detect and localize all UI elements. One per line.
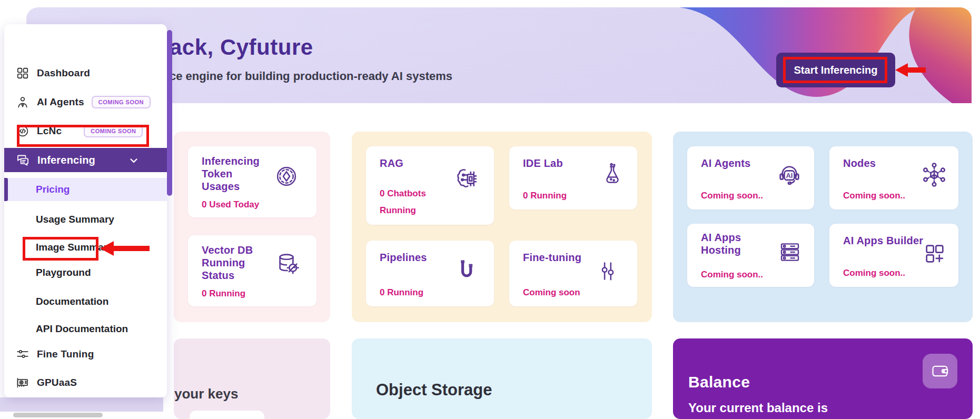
card-title: RAG [380, 157, 403, 169]
nodes-icon [920, 161, 948, 188]
balance-panel: Balance Your current balance is [673, 338, 973, 419]
keys-panel-title: your keys [174, 386, 238, 402]
card-status: Coming soon.. [701, 190, 763, 201]
svg-text:AI: AI [786, 172, 793, 179]
card-status: Coming soon.. [701, 269, 763, 280]
sidebar-item-label: Inferencing [37, 154, 95, 166]
sidebar-item-dashboard[interactable]: Dashboard [4, 63, 167, 84]
flask-icon [600, 162, 625, 186]
sidebar: Dashboard AI Agents COMING SOON LcNc COM… [4, 24, 167, 397]
start-inferencing-button[interactable]: Start Inferencing [776, 53, 895, 87]
wallet-icon [930, 361, 950, 381]
sidebar-scrollbar[interactable] [167, 30, 172, 196]
sidebar-subitem-label: Documentation [36, 296, 108, 307]
sidebar-item-label: AI Agents [37, 96, 84, 108]
card-nodes[interactable]: Nodes Coming soon.. [829, 146, 958, 210]
card-status: Coming soon.. [843, 267, 905, 278]
pipe-icon [454, 258, 479, 284]
card-status: Coming soon.. [843, 190, 905, 201]
sliders-horizontal-icon [16, 347, 29, 361]
bottom-lavender-strip [0, 397, 163, 412]
gpu-icon [16, 376, 29, 390]
chevron-down-icon [128, 155, 140, 166]
card-title: AI Apps Builder [843, 234, 923, 247]
card-status: 0 Chatbots Running [380, 185, 432, 218]
sidebar-subitem-image-summary[interactable]: Image Summary [4, 236, 167, 258]
sidebar-subitem-usage-summary[interactable]: Usage Summary [4, 208, 167, 231]
card-status: 0 Used Today [202, 199, 259, 210]
card-pipelines[interactable]: Pipelines 0 Running [366, 241, 494, 306]
server-rack-icon [777, 240, 803, 265]
sidebar-subitem-label: Usage Summary [36, 214, 114, 225]
sidebar-item-label: Dashboard [37, 67, 90, 79]
sidebar-item-gpuaas[interactable]: GPUaaS [4, 372, 167, 393]
sidebar-subitem-label: API Documentation [36, 323, 128, 335]
card-inferencing-token-usages[interactable]: Inferencing Token Usages 0 Used Today [188, 146, 316, 217]
card-title: Inferencing Token Usages [202, 155, 261, 193]
dashboard-screen: ack, Cyfuture ce engine for building pro… [0, 0, 980, 419]
keys-panel [174, 338, 330, 419]
balance-subtitle: Your current balance is [688, 401, 828, 415]
horizontal-scrollbar-thumb[interactable] [13, 413, 103, 417]
card-title: Pipelines [380, 251, 427, 264]
card-ai-apps-builder[interactable]: AI Apps Builder Coming soon.. [829, 224, 958, 287]
token-icon [274, 164, 299, 188]
card-title: Nodes [843, 157, 876, 169]
card-ide-lab[interactable]: IDE Lab 0 Running [509, 146, 637, 210]
sidebar-subitem-documentation[interactable]: Documentation [4, 291, 167, 313]
sidebar-item-label: Fine Tuning [37, 348, 94, 360]
page-title: ack, Cyfuture [170, 35, 313, 60]
balance-title: Balance [688, 373, 750, 391]
sliders-icon [596, 260, 619, 283]
sidebar-subitem-pricing[interactable]: Pricing [4, 178, 167, 201]
sidebar-item-lcnc[interactable]: LcNc COMING SOON [4, 121, 167, 142]
coming-soon-badge: COMING SOON [84, 125, 143, 137]
lcnc-icon [16, 124, 29, 138]
sidebar-subitem-label: Image Summary [36, 242, 113, 253]
active-indicator-bar [4, 178, 8, 201]
sidebar-item-inferencing[interactable]: Inferencing [4, 148, 167, 172]
rag-brain-chip-icon [454, 166, 479, 192]
sidebar-subitem-label: Pricing [36, 184, 70, 195]
grid-plus-icon [923, 242, 947, 266]
card-vector-db-running-status[interactable]: Vector DB Running Status 0 Running [188, 235, 316, 306]
sidebar-subitem-api-documentation[interactable]: API Documentation [4, 318, 167, 340]
page-subtitle: ce engine for building production-ready … [170, 69, 452, 83]
card-title: AI Apps Hosting [701, 231, 764, 256]
card-ai-apps-hosting[interactable]: AI Apps Hosting Coming soon.. [687, 224, 814, 287]
sidebar-subitem-label: Playground [36, 267, 91, 278]
sidebar-subitem-playground[interactable]: Playground [4, 262, 167, 284]
card-rag[interactable]: RAG 0 Chatbots Running [366, 146, 494, 225]
wallet-chip [923, 354, 957, 388]
card-title: Vector DB Running Status [202, 244, 261, 282]
object-storage-title: Object Storage [376, 381, 492, 400]
person-icon [16, 95, 29, 109]
vector-db-icon [275, 251, 301, 276]
sidebar-item-fine-tuning[interactable]: Fine Tuning [4, 344, 167, 365]
keys-card-peek [190, 411, 264, 419]
card-title: Fine-tuning [523, 251, 581, 264]
sidebar-item-label: GPUaaS [37, 377, 77, 388]
card-status: Coming soon [523, 287, 580, 298]
card-title: AI Agents [701, 157, 750, 169]
card-status: 0 Running [202, 288, 245, 299]
sidebar-item-label: LcNc [37, 125, 62, 137]
card-fine-tuning[interactable]: Fine-tuning Coming soon [509, 241, 637, 306]
dashboard-icon [16, 66, 29, 80]
ai-headset-icon: AI [776, 162, 803, 188]
object-storage-panel: Object Storage [352, 338, 652, 419]
sidebar-item-ai-agents[interactable]: AI Agents COMING SOON [4, 92, 167, 113]
chat-bubbles-icon [16, 153, 30, 167]
card-status: 0 Running [523, 190, 567, 201]
card-ai-agents[interactable]: AI Agents Coming soon.. AI [687, 146, 814, 210]
coming-soon-badge: COMING SOON [92, 96, 151, 108]
card-status: 0 Running [380, 287, 423, 298]
card-title: IDE Lab [523, 157, 563, 169]
